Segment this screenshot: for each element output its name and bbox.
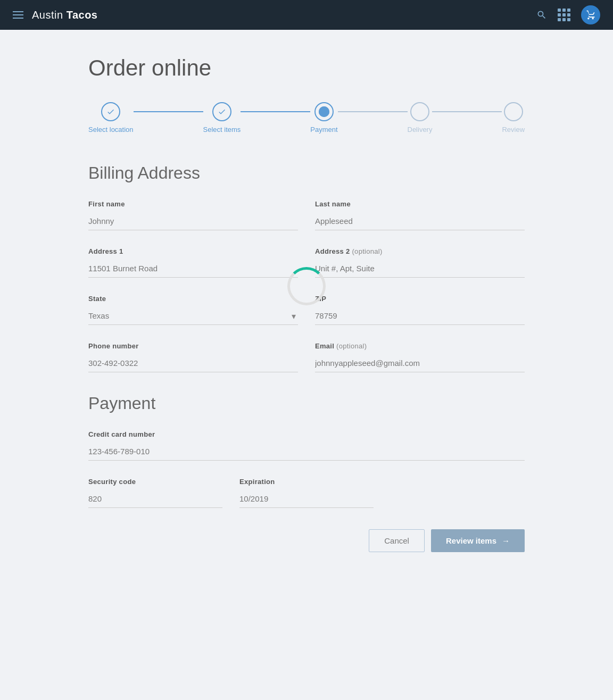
step-label-3: Payment: [310, 126, 337, 134]
security-group: Security code: [88, 478, 222, 508]
address2-group: Address 2 (optional): [315, 247, 525, 278]
address2-input[interactable]: [315, 260, 525, 278]
state-select-wrapper: Texas California New York Florida ▾: [88, 307, 298, 325]
first-name-input[interactable]: [88, 212, 298, 230]
step-select-location: Select location: [88, 102, 134, 134]
step-payment: Payment: [310, 102, 337, 134]
step-circle-2: [212, 102, 231, 121]
zip-group: ZIP: [315, 295, 525, 325]
phone-group: Phone number: [88, 342, 298, 372]
navbar-right: [536, 5, 600, 24]
last-name-label: Last name: [315, 200, 525, 208]
state-label: State: [88, 295, 298, 303]
security-label: Security code: [88, 478, 222, 486]
first-name-group: First name: [88, 200, 298, 230]
address1-group: Address 1: [88, 247, 298, 278]
email-input[interactable]: [315, 354, 525, 372]
step-circle-1: [101, 102, 120, 121]
step-circle-3: [314, 102, 334, 121]
billing-form: First name Last name Address 1 Address 2…: [88, 200, 525, 372]
search-icon[interactable]: [536, 10, 547, 20]
zip-label: ZIP: [315, 295, 525, 303]
cc-row: Credit card number: [88, 430, 525, 461]
page-title: Order online: [88, 55, 525, 81]
email-label: Email (optional): [315, 342, 525, 350]
grid-icon[interactable]: [558, 9, 570, 21]
security-expiration-row: Security code Expiration: [88, 478, 525, 508]
review-button-label: Review items: [446, 536, 496, 545]
brand-bold: Tacos: [67, 9, 98, 21]
security-input[interactable]: [88, 490, 222, 508]
main-content: Order online Select location Select item…: [0, 0, 613, 700]
step-circle-4: [410, 102, 429, 121]
cc-group: Credit card number: [88, 430, 525, 461]
step-delivery: Delivery: [408, 102, 433, 134]
loading-spinner: [287, 267, 326, 305]
expiration-input[interactable]: [239, 490, 374, 508]
payment-section-title: Payment: [88, 394, 525, 413]
connector-1: [134, 111, 203, 112]
navbar: Austin Tacos: [0, 0, 613, 30]
arrow-icon: →: [502, 536, 510, 545]
state-select[interactable]: Texas California New York Florida: [88, 307, 298, 325]
last-name-input[interactable]: [315, 212, 525, 230]
address1-label: Address 1: [88, 247, 298, 255]
name-row: First name Last name: [88, 200, 525, 230]
cart-button[interactable]: [581, 5, 600, 24]
address1-input[interactable]: [88, 260, 298, 278]
connector-3: [338, 111, 408, 112]
cc-input[interactable]: [88, 443, 525, 461]
review-button[interactable]: Review items →: [431, 529, 525, 552]
cancel-button[interactable]: Cancel: [369, 529, 425, 552]
step-label-5: Review: [502, 126, 525, 134]
step-review: Review: [502, 102, 525, 134]
stepper: Select location Select items Payment: [88, 102, 525, 134]
expiration-group: Expiration: [239, 478, 374, 508]
phone-input[interactable]: [88, 354, 298, 372]
step-label-1: Select location: [88, 126, 134, 134]
state-group: State Texas California New York Florida …: [88, 295, 298, 325]
phone-label: Phone number: [88, 342, 298, 350]
step-circle-5: [504, 102, 523, 121]
container: Order online Select location Select item…: [67, 30, 546, 578]
phone-email-row: Phone number Email (optional): [88, 342, 525, 372]
last-name-group: Last name: [315, 200, 525, 230]
hamburger-menu[interactable]: [13, 11, 23, 19]
connector-2: [241, 111, 310, 112]
expiration-label: Expiration: [239, 478, 374, 486]
first-name-label: First name: [88, 200, 298, 208]
brand-name: Austin Tacos: [32, 9, 97, 21]
step-label-2: Select items: [203, 126, 241, 134]
step-label-4: Delivery: [408, 126, 433, 134]
email-group: Email (optional): [315, 342, 525, 372]
button-row: Cancel Review items →: [88, 529, 525, 552]
address2-label: Address 2 (optional): [315, 247, 525, 255]
cc-label: Credit card number: [88, 430, 525, 438]
connector-4: [432, 111, 502, 112]
zip-input[interactable]: [315, 307, 525, 325]
brand-light: Austin: [32, 9, 67, 21]
step-select-items: Select items: [203, 102, 241, 134]
navbar-left: Austin Tacos: [13, 9, 97, 21]
billing-section-title: Billing Address: [88, 163, 525, 183]
spacer-group: [391, 478, 525, 508]
